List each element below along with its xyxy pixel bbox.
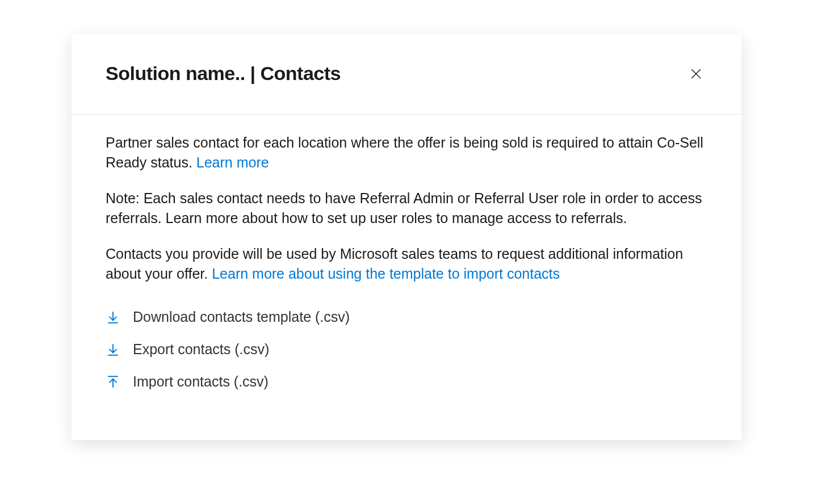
panel-body: Partner sales contact for each location … [72, 115, 741, 440]
download-icon [106, 342, 120, 357]
learn-more-template-link[interactable]: Learn more about using the template to i… [212, 266, 560, 282]
panel-title: Solution name.. | Contacts [106, 62, 341, 85]
export-contacts-label: Export contacts (.csv) [133, 341, 269, 358]
download-icon [106, 310, 120, 325]
learn-more-cosell-link[interactable]: Learn more [196, 154, 269, 170]
paragraph-contacts-usage: Contacts you provide will be used by Mic… [106, 244, 707, 284]
paragraph-cosell: Partner sales contact for each location … [106, 133, 707, 173]
actions-list: Download contacts template (.csv) Export… [106, 309, 707, 390]
import-contacts-label: Import contacts (.csv) [133, 373, 269, 390]
close-icon [689, 67, 703, 82]
import-contacts-button[interactable]: Import contacts (.csv) [106, 373, 707, 390]
download-template-button[interactable]: Download contacts template (.csv) [106, 309, 707, 325]
contacts-panel: Solution name.. | Contacts Partner sales… [72, 34, 741, 440]
export-contacts-button[interactable]: Export contacts (.csv) [106, 341, 707, 358]
upload-icon [106, 375, 120, 389]
close-button[interactable] [685, 62, 707, 87]
panel-header: Solution name.. | Contacts [72, 34, 741, 115]
download-template-label: Download contacts template (.csv) [133, 309, 350, 325]
paragraph-referral-note: Note: Each sales contact needs to have R… [106, 188, 707, 228]
paragraph-cosell-text: Partner sales contact for each location … [106, 135, 703, 170]
